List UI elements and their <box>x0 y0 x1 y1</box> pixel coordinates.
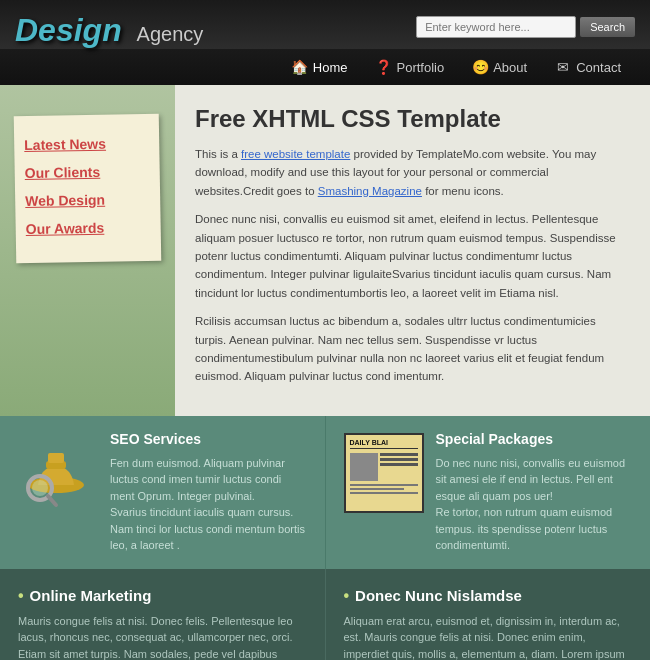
packages-para1: Do nec nunc nisi, convallis eu euismod s… <box>436 455 633 505</box>
contact-icon: ✉ <box>555 59 571 75</box>
bottom-col-donec: • Donec Nunc Nislamdse Aliquam erat arcu… <box>326 569 651 660</box>
search-button[interactable]: Search <box>580 17 635 37</box>
nav-contact[interactable]: ✉ Contact <box>541 49 635 85</box>
main-area: Latest News Our Clients Web Design Our A… <box>0 85 650 416</box>
bottom-section: • Online Marketing Mauris congue felis a… <box>0 569 650 660</box>
service-packages: DAILY BLAI Special Packages Do <box>325 416 651 569</box>
search-input[interactable] <box>416 16 576 38</box>
sidebar-link-latest-news[interactable]: Latest News <box>24 129 149 159</box>
content-title: Free XHTML CSS Template <box>195 105 630 133</box>
navigation: 🏠 Home ❓ Portfolio 😊 About ✉ Contact <box>0 49 650 85</box>
logo-agency: Agency <box>137 23 204 45</box>
sidebar-link-web-design[interactable]: Web Design <box>25 185 150 215</box>
donec-text: Aliquam erat arcu, euismod et, dignissim… <box>344 613 633 660</box>
seo-para2: Svarius tincidunt iaculis quam cursus. N… <box>110 504 307 554</box>
newspaper-headline: DAILY BLAI <box>350 439 418 449</box>
nav-home[interactable]: 🏠 Home <box>278 49 362 85</box>
bullet-icon-2: • <box>344 587 350 605</box>
seo-text: SEO Services Fen dum euismod. Aliquam pu… <box>110 431 307 554</box>
home-icon: 🏠 <box>292 59 308 75</box>
smashing-link[interactable]: Smashing Magazine <box>318 185 422 197</box>
bottom-col-marketing: • Online Marketing Mauris congue felis a… <box>0 569 326 660</box>
content-para1: This is a free website template provided… <box>195 145 630 200</box>
logo-design: Design <box>15 12 122 48</box>
services-section: SEO Services Fen dum euismod. Aliquam pu… <box>0 416 650 569</box>
nav-about-label: About <box>493 60 527 75</box>
main-content: Free XHTML CSS Template This is a free w… <box>175 85 650 416</box>
logo: Design Agency <box>15 12 203 49</box>
sidebar-link-our-awards[interactable]: Our Awards <box>25 213 150 243</box>
packages-title: Special Packages <box>436 431 633 447</box>
bullet-icon: • <box>18 587 24 605</box>
seo-para1: Fen dum euismod. Aliquam pulvinar luctus… <box>110 455 307 505</box>
sidebar-note: Latest News Our Clients Web Design Our A… <box>14 114 162 264</box>
seo-title: SEO Services <box>110 431 307 447</box>
search-bar: Search <box>416 16 635 38</box>
nav-contact-label: Contact <box>576 60 621 75</box>
header: Design Agency Search <box>0 0 650 49</box>
newspaper-image: DAILY BLAI <box>344 433 424 513</box>
service-seo: SEO Services Fen dum euismod. Aliquam pu… <box>0 416 325 569</box>
nav-about[interactable]: 😊 About <box>458 49 541 85</box>
sidebar-link-our-clients[interactable]: Our Clients <box>24 157 149 187</box>
marketing-text: Mauris congue felis at nisi. Donec felis… <box>18 613 307 660</box>
svg-line-4 <box>48 496 56 505</box>
nav-portfolio-label: Portfolio <box>397 60 445 75</box>
marketing-title: • Online Marketing <box>18 587 307 605</box>
content-para2: Donec nunc nisi, convallis eu euismod si… <box>195 210 630 302</box>
svg-rect-2 <box>48 453 64 463</box>
sidebar: Latest News Our Clients Web Design Our A… <box>0 85 175 416</box>
about-icon: 😊 <box>472 59 488 75</box>
portfolio-icon: ❓ <box>376 59 392 75</box>
donec-title: • Donec Nunc Nislamdse <box>344 587 633 605</box>
packages-text: Special Packages Do nec nunc nisi, conva… <box>436 431 633 554</box>
seo-icon <box>18 431 98 516</box>
svg-point-5 <box>32 480 48 496</box>
packages-icon: DAILY BLAI <box>344 431 424 516</box>
content-para3: Rcilisis accumsan luctus ac bibendum a, … <box>195 312 630 386</box>
nav-portfolio[interactable]: ❓ Portfolio <box>362 49 459 85</box>
packages-para2: Re tortor, non rutrum quam euismod tempu… <box>436 504 633 554</box>
free-template-link[interactable]: free website template <box>241 148 350 160</box>
nav-home-label: Home <box>313 60 348 75</box>
